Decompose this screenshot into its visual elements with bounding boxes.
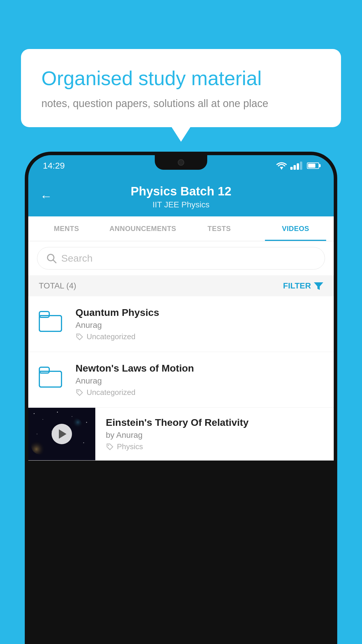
video-tag: Physics: [106, 442, 323, 451]
phone-frame: 14:29 ← Physics Batch: [25, 152, 337, 644]
back-button[interactable]: ←: [40, 189, 52, 203]
folder-icon: [39, 367, 65, 393]
video-author: Anurag: [75, 376, 323, 386]
status-icons: [276, 162, 319, 170]
search-icon: [46, 253, 57, 264]
svg-rect-5: [39, 312, 49, 317]
svg-point-7: [78, 335, 79, 336]
search-box[interactable]: Search: [37, 247, 325, 270]
video-author: Anurag: [75, 321, 323, 330]
bubble-title: Organised study material: [41, 66, 321, 90]
folder-icon: [39, 311, 65, 337]
notch: [155, 155, 207, 170]
svg-rect-8: [39, 371, 61, 387]
search-placeholder: Search: [61, 253, 93, 264]
tag-icon: [75, 333, 84, 341]
svg-point-23: [108, 445, 109, 446]
tag-icon: [106, 443, 114, 451]
list-item[interactable]: Quantum Physics Anurag Uncategorized: [28, 296, 334, 352]
list-item[interactable]: Newton's Laws of Motion Anurag Uncategor…: [28, 352, 334, 408]
svg-marker-0: [280, 167, 283, 170]
tab-bar: MENTS ANNOUNCEMENTS TESTS VIDEOS: [28, 216, 334, 241]
play-button[interactable]: [52, 424, 72, 444]
svg-line-2: [53, 260, 56, 263]
video-list: Quantum Physics Anurag Uncategorized: [28, 296, 334, 461]
video-info: Quantum Physics Anurag Uncategorized: [75, 307, 323, 341]
tab-videos[interactable]: VIDEOS: [257, 216, 334, 241]
status-bar: 14:29: [28, 155, 334, 176]
svg-point-16: [43, 419, 43, 420]
tab-announcements[interactable]: ANNOUNCEMENTS: [105, 216, 181, 241]
wifi-icon: [276, 162, 287, 170]
header-subtitle: IIT JEE Physics: [152, 200, 210, 209]
video-title: Einstein's Theory Of Relativity: [106, 417, 323, 428]
battery-icon: [307, 162, 319, 169]
camera-dot: [178, 159, 184, 166]
svg-point-22: [37, 434, 37, 434]
total-count: TOTAL (4): [39, 281, 76, 290]
search-container: Search: [28, 241, 334, 275]
video-title: Quantum Physics: [75, 307, 323, 318]
video-tag: Uncategorized: [75, 332, 323, 341]
tab-ments[interactable]: MENTS: [28, 216, 105, 241]
list-item[interactable]: Einstein's Theory Of Relativity by Anura…: [28, 408, 334, 461]
svg-point-17: [57, 412, 58, 413]
filter-bar: TOTAL (4) FILTER: [28, 275, 334, 296]
svg-rect-4: [39, 316, 61, 331]
svg-point-18: [72, 416, 72, 417]
video-author: by Anurag: [106, 430, 323, 440]
video-info: Einstein's Theory Of Relativity by Anura…: [106, 410, 323, 458]
tab-tests[interactable]: TESTS: [181, 216, 257, 241]
svg-point-15: [34, 413, 35, 414]
svg-point-13: [31, 437, 49, 454]
svg-rect-10: [39, 371, 61, 387]
video-thumbnail: [28, 408, 95, 460]
svg-point-11: [78, 391, 79, 392]
svg-marker-3: [314, 282, 323, 290]
phone-inner: 14:29 ← Physics Batch: [28, 155, 334, 644]
svg-rect-6: [39, 316, 61, 331]
signal-icon: [290, 162, 302, 170]
svg-rect-9: [39, 367, 49, 373]
tag-icon: [75, 388, 84, 397]
video-info: Newton's Laws of Motion Anurag Uncategor…: [75, 363, 323, 397]
status-time: 14:29: [43, 161, 65, 171]
video-title: Newton's Laws of Motion: [75, 363, 323, 374]
bubble-subtitle: notes, question papers, solutions all at…: [41, 97, 321, 110]
svg-point-21: [83, 442, 84, 443]
app-header: ← Physics Batch 12 IIT JEE Physics: [28, 176, 334, 216]
header-title: Physics Batch 12: [131, 184, 231, 198]
speech-bubble: Organised study material notes, question…: [21, 49, 341, 127]
filter-icon: [314, 281, 323, 290]
filter-button[interactable]: FILTER: [283, 281, 323, 290]
video-tag: Uncategorized: [75, 388, 323, 397]
svg-point-19: [86, 422, 87, 423]
